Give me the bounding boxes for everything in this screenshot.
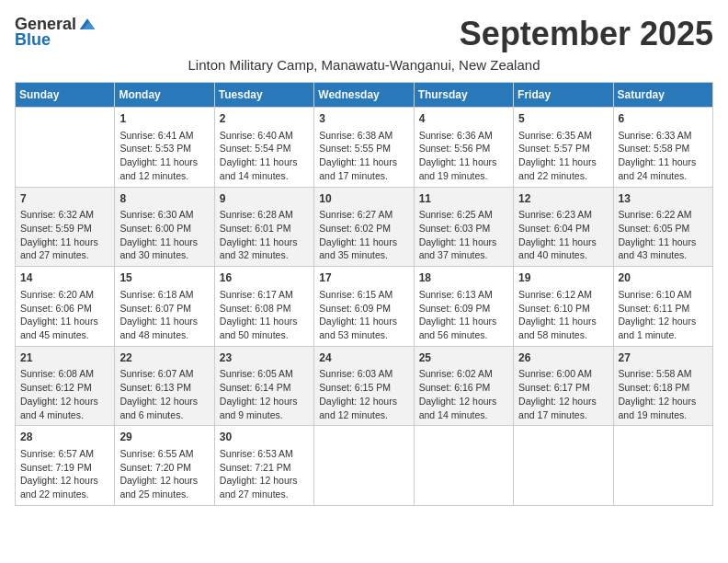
- calendar-week-row: 21Sunrise: 6:08 AMSunset: 6:12 PMDayligh…: [16, 346, 713, 426]
- day-number: 14: [20, 270, 109, 286]
- day-info: Sunrise: 6:17 AMSunset: 6:08 PMDaylight:…: [220, 288, 309, 342]
- calendar-cell: 5Sunrise: 6:35 AMSunset: 5:57 PMDaylight…: [514, 108, 613, 188]
- calendar-cell: 4Sunrise: 6:36 AMSunset: 5:56 PMDaylight…: [414, 108, 513, 188]
- day-number: 6: [619, 111, 708, 127]
- day-info: Sunrise: 6:12 AMSunset: 6:10 PMDaylight:…: [518, 288, 608, 342]
- day-info: Sunrise: 6:05 AMSunset: 6:14 PMDaylight:…: [220, 367, 309, 421]
- calendar-week-row: 28Sunrise: 6:57 AMSunset: 7:19 PMDayligh…: [16, 426, 713, 506]
- day-number: 8: [119, 191, 209, 207]
- day-number: 3: [319, 111, 408, 127]
- day-number: 29: [119, 430, 209, 445]
- calendar-cell: 10Sunrise: 6:27 AMSunset: 6:02 PMDayligh…: [314, 187, 414, 267]
- calendar-cell: 21Sunrise: 6:08 AMSunset: 6:12 PMDayligh…: [16, 346, 115, 426]
- day-info: Sunrise: 6:20 AMSunset: 6:06 PMDaylight:…: [20, 288, 109, 342]
- weekday-header-tuesday: Tuesday: [214, 83, 313, 108]
- logo-blue: Blue: [15, 30, 51, 50]
- day-number: 27: [619, 350, 708, 366]
- day-number: 19: [518, 270, 608, 286]
- calendar-cell: 7Sunrise: 6:32 AMSunset: 5:59 PMDaylight…: [16, 187, 115, 267]
- calendar-cell: 13Sunrise: 6:22 AMSunset: 6:05 PMDayligh…: [613, 187, 712, 267]
- day-info: Sunrise: 6:10 AMSunset: 6:11 PMDaylight:…: [619, 288, 708, 342]
- calendar-cell: 28Sunrise: 6:57 AMSunset: 7:19 PMDayligh…: [16, 426, 115, 506]
- weekday-header-friday: Friday: [514, 83, 613, 108]
- day-number: 9: [220, 191, 309, 207]
- calendar-cell: 19Sunrise: 6:12 AMSunset: 6:10 PMDayligh…: [514, 267, 613, 347]
- month-title: September 2025: [460, 15, 713, 53]
- calendar-week-row: 14Sunrise: 6:20 AMSunset: 6:06 PMDayligh…: [16, 267, 713, 347]
- calendar-cell: 23Sunrise: 6:05 AMSunset: 6:14 PMDayligh…: [214, 346, 313, 426]
- calendar-week-row: 1Sunrise: 6:41 AMSunset: 5:53 PMDaylight…: [16, 108, 713, 188]
- weekday-header-monday: Monday: [115, 83, 214, 108]
- day-number: 16: [220, 270, 309, 286]
- day-info: Sunrise: 5:58 AMSunset: 6:18 PMDaylight:…: [619, 367, 708, 421]
- day-number: 26: [518, 350, 608, 366]
- day-info: Sunrise: 6:07 AMSunset: 6:13 PMDaylight:…: [119, 367, 209, 421]
- day-info: Sunrise: 6:23 AMSunset: 6:04 PMDaylight:…: [518, 208, 608, 262]
- day-info: Sunrise: 6:30 AMSunset: 6:00 PMDaylight:…: [119, 208, 209, 262]
- day-number: 7: [20, 191, 109, 207]
- calendar-cell: [16, 108, 115, 188]
- day-number: 23: [220, 350, 309, 366]
- day-number: 30: [220, 430, 309, 445]
- page-header: General Blue September 2025: [15, 15, 713, 53]
- day-info: Sunrise: 6:32 AMSunset: 5:59 PMDaylight:…: [20, 208, 109, 262]
- day-info: Sunrise: 6:38 AMSunset: 5:55 PMDaylight:…: [319, 129, 408, 183]
- day-number: 28: [20, 430, 109, 445]
- calendar-cell: 8Sunrise: 6:30 AMSunset: 6:00 PMDaylight…: [115, 187, 214, 267]
- calendar-cell: 1Sunrise: 6:41 AMSunset: 5:53 PMDaylight…: [115, 108, 214, 188]
- day-info: Sunrise: 6:08 AMSunset: 6:12 PMDaylight:…: [20, 367, 109, 421]
- day-number: 20: [619, 270, 708, 286]
- calendar-cell: 25Sunrise: 6:02 AMSunset: 6:16 PMDayligh…: [414, 346, 513, 426]
- calendar-header-row: SundayMondayTuesdayWednesdayThursdayFrid…: [16, 83, 713, 108]
- calendar-cell: 22Sunrise: 6:07 AMSunset: 6:13 PMDayligh…: [115, 346, 214, 426]
- day-number: 1: [119, 111, 209, 127]
- day-info: Sunrise: 6:02 AMSunset: 6:16 PMDaylight:…: [419, 367, 508, 421]
- day-info: Sunrise: 6:13 AMSunset: 6:09 PMDaylight:…: [419, 288, 508, 342]
- day-info: Sunrise: 6:18 AMSunset: 6:07 PMDaylight:…: [119, 288, 209, 342]
- calendar-cell: 27Sunrise: 5:58 AMSunset: 6:18 PMDayligh…: [613, 346, 712, 426]
- day-number: 25: [419, 350, 508, 366]
- calendar-cell: 17Sunrise: 6:15 AMSunset: 6:09 PMDayligh…: [314, 267, 414, 347]
- calendar-cell: 16Sunrise: 6:17 AMSunset: 6:08 PMDayligh…: [214, 267, 313, 347]
- day-info: Sunrise: 6:57 AMSunset: 7:19 PMDaylight:…: [20, 447, 109, 501]
- calendar-cell: 20Sunrise: 6:10 AMSunset: 6:11 PMDayligh…: [613, 267, 712, 347]
- calendar-cell: 15Sunrise: 6:18 AMSunset: 6:07 PMDayligh…: [115, 267, 214, 347]
- weekday-header-saturday: Saturday: [613, 83, 712, 108]
- calendar-cell: 18Sunrise: 6:13 AMSunset: 6:09 PMDayligh…: [414, 267, 513, 347]
- day-number: 15: [119, 270, 209, 286]
- weekday-header-wednesday: Wednesday: [314, 83, 414, 108]
- location-title: Linton Military Camp, Manawatu-Wanganui,…: [15, 57, 713, 73]
- day-number: 21: [20, 350, 109, 366]
- calendar-cell: 30Sunrise: 6:53 AMSunset: 7:21 PMDayligh…: [214, 426, 313, 506]
- day-number: 18: [419, 270, 508, 286]
- day-info: Sunrise: 6:25 AMSunset: 6:03 PMDaylight:…: [419, 208, 508, 262]
- calendar-cell: 14Sunrise: 6:20 AMSunset: 6:06 PMDayligh…: [16, 267, 115, 347]
- calendar-cell: 29Sunrise: 6:55 AMSunset: 7:20 PMDayligh…: [115, 426, 214, 506]
- day-info: Sunrise: 6:00 AMSunset: 6:17 PMDaylight:…: [518, 367, 608, 421]
- calendar-cell: 12Sunrise: 6:23 AMSunset: 6:04 PMDayligh…: [514, 187, 613, 267]
- day-number: 22: [119, 350, 209, 366]
- day-info: Sunrise: 6:27 AMSunset: 6:02 PMDaylight:…: [319, 208, 408, 262]
- day-number: 12: [518, 191, 608, 207]
- calendar-cell: 24Sunrise: 6:03 AMSunset: 6:15 PMDayligh…: [314, 346, 414, 426]
- day-number: 11: [419, 191, 508, 207]
- day-info: Sunrise: 6:03 AMSunset: 6:15 PMDaylight:…: [319, 367, 408, 421]
- day-info: Sunrise: 6:40 AMSunset: 5:54 PMDaylight:…: [220, 129, 309, 183]
- calendar-cell: 2Sunrise: 6:40 AMSunset: 5:54 PMDaylight…: [214, 108, 313, 188]
- day-number: 10: [319, 191, 408, 207]
- day-number: 17: [319, 270, 408, 286]
- day-info: Sunrise: 6:22 AMSunset: 6:05 PMDaylight:…: [619, 208, 708, 262]
- day-info: Sunrise: 6:55 AMSunset: 7:20 PMDaylight:…: [119, 447, 209, 501]
- calendar-cell: [514, 426, 613, 506]
- day-number: 13: [619, 191, 708, 207]
- calendar-cell: 3Sunrise: 6:38 AMSunset: 5:55 PMDaylight…: [314, 108, 414, 188]
- day-info: Sunrise: 6:33 AMSunset: 5:58 PMDaylight:…: [619, 129, 708, 183]
- day-number: 24: [319, 350, 408, 366]
- calendar-cell: [414, 426, 513, 506]
- day-info: Sunrise: 6:15 AMSunset: 6:09 PMDaylight:…: [319, 288, 408, 342]
- calendar-cell: 6Sunrise: 6:33 AMSunset: 5:58 PMDaylight…: [613, 108, 712, 188]
- logo-icon: [78, 16, 97, 34]
- day-number: 4: [419, 111, 508, 127]
- calendar-week-row: 7Sunrise: 6:32 AMSunset: 5:59 PMDaylight…: [16, 187, 713, 267]
- calendar-cell: [314, 426, 414, 506]
